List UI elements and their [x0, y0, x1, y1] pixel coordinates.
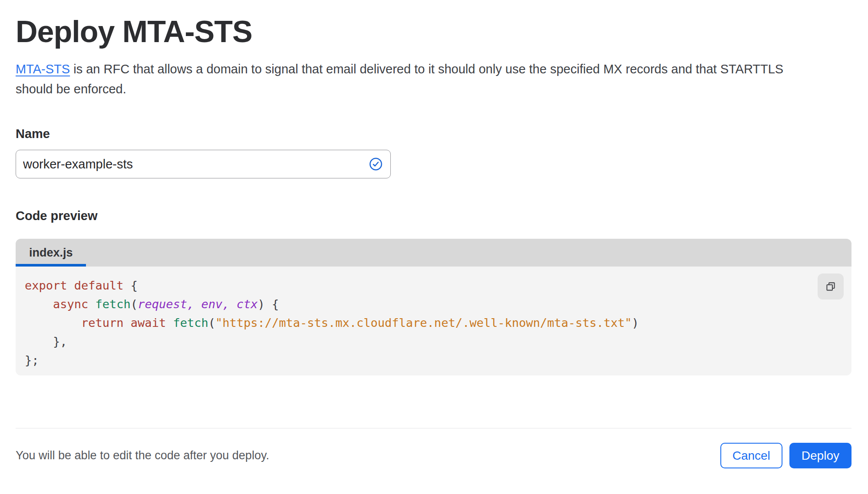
code-tab-bar: index.js — [16, 239, 851, 267]
intro-text: is an RFC that allows a domain to signal… — [70, 62, 783, 76]
tab-index-js[interactable]: index.js — [16, 239, 86, 267]
footer: You will be able to edit the code after … — [16, 443, 851, 468]
footer-actions: Cancel Deploy — [720, 443, 851, 468]
code-line: async fetch(request, env, ctx) { — [25, 295, 808, 313]
code-editor: index.js export default { async fetch(re… — [16, 239, 851, 375]
footer-note: You will be able to edit the code after … — [16, 449, 269, 462]
code-preview-label: Code preview — [16, 209, 851, 223]
name-input[interactable] — [16, 150, 391, 178]
deploy-button[interactable]: Deploy — [789, 443, 851, 468]
name-input-wrapper — [16, 150, 391, 178]
code-area: export default { async fetch(request, en… — [16, 267, 851, 375]
intro-text-line2: should be enforced. — [16, 82, 126, 96]
page-title: Deploy MTA-STS — [16, 0, 851, 49]
mta-sts-link[interactable]: MTA-STS — [16, 62, 70, 76]
code-line: }; — [25, 351, 808, 369]
deploy-mta-sts-page: Deploy MTA-STS MTA-STS is an RFC that al… — [0, 0, 868, 494]
check-circle-icon — [369, 158, 383, 171]
intro-paragraph: MTA-STS is an RFC that allows a domain t… — [16, 59, 838, 99]
footer-divider — [16, 428, 851, 428]
copy-icon — [825, 280, 837, 293]
code-line: return await fetch("https://mta-sts.mx.c… — [25, 313, 808, 332]
tab-label: index.js — [29, 246, 73, 260]
code-line: }, — [25, 332, 808, 351]
code-line: export default { — [25, 276, 808, 295]
code-content: export default { async fetch(request, en… — [16, 267, 851, 375]
name-label: Name — [16, 127, 851, 141]
copy-button[interactable] — [818, 273, 844, 300]
cancel-button[interactable]: Cancel — [720, 443, 782, 468]
